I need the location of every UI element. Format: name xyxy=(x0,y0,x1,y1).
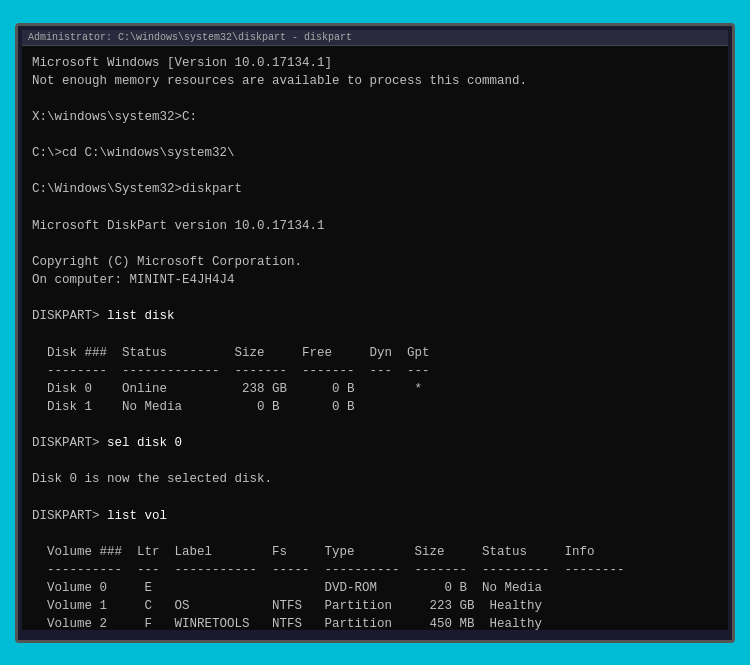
terminal-window: Administrator: C:\windows\system32\diskp… xyxy=(15,23,735,643)
title-bar-text: Administrator: C:\windows\system32\diskp… xyxy=(28,32,352,43)
terminal-body[interactable]: Microsoft Windows [Version 10.0.17134.1]… xyxy=(22,46,728,630)
title-bar: Administrator: C:\windows\system32\diskp… xyxy=(22,30,728,46)
